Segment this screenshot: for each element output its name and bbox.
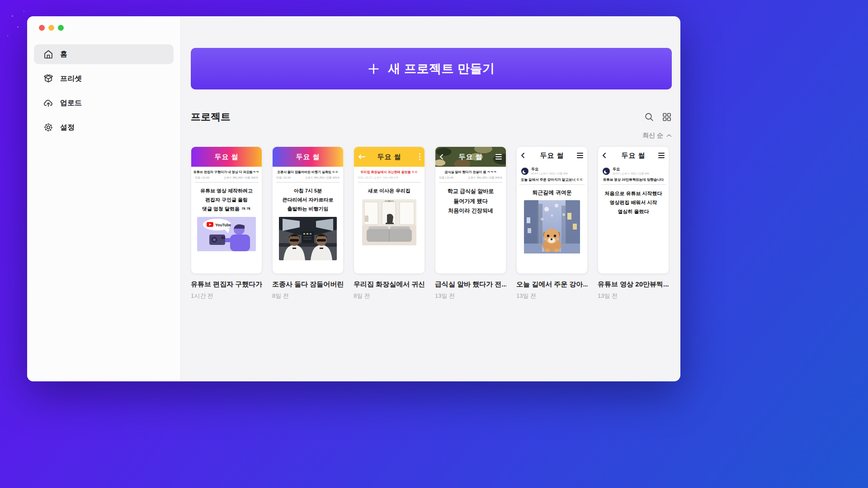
story-profile: 두요 20:57 | 조회수 39만 | 댓글 986 [598, 164, 669, 175]
project-time: 8일 전 [354, 292, 425, 300]
sidebar-item-label: 설정 [60, 123, 75, 132]
story-meta: 익명 | 20:17 | 조회수 102,188,476 [358, 176, 421, 183]
main-content: 새 프로젝트 만들기 프로젝트 [181, 16, 680, 381]
project-title: 유튜브 영상 20만뷰찍... [598, 280, 669, 289]
project-thumbnail: 두요 썰 두요 20:57 | 조회수 39만 | 댓글 986 유튜브 영상 … [598, 146, 669, 274]
story-headline: 유튜브 영상 20만뷰찍었는데 망했습니다 [601, 178, 666, 185]
settings-gear-icon [43, 122, 53, 132]
new-project-label: 새 프로젝트 만들기 [388, 61, 495, 77]
upload-cloud-icon [43, 98, 53, 108]
project-grid: 두요 썰 유튜브 편집자 구했다가 내 영상 다 퍼갔음ㅋㅋㅋ 익명 | 21:… [191, 146, 672, 300]
project-thumbnail: 두요 썰 유튜브 편집자 구했다가 내 영상 다 퍼갔음ㅋㅋㅋ 익명 | 21:… [191, 146, 262, 274]
chevron-left-icon [521, 153, 525, 159]
story-app-title: 두요 썰 [214, 153, 238, 161]
story-body: 학교 급식실 알바로 들어가게 됐다 처음이라 긴장되네 [435, 187, 506, 216]
story-meta: 익명 | 21:00 조회수 981,253 | 댓글 265개 [276, 176, 340, 183]
chevron-left-icon [602, 153, 606, 159]
living-room-photo [362, 199, 416, 245]
profile-name: 두요 [531, 167, 568, 172]
avatar [521, 168, 528, 175]
chevron-up-icon [666, 134, 672, 137]
story-header: 두요 썰 [354, 147, 425, 167]
sidebar: 홈 프리셋 [27, 16, 181, 381]
hamburger-menu-icon [577, 153, 583, 158]
project-time: 1시간 전 [191, 292, 262, 300]
project-card[interactable]: 두요 썰 조종사 둘다 잠들어버린 비행기 실화임 ㄷㄷ 익명 | 21:00 … [272, 146, 344, 300]
story-app-title: 두요 썰 [296, 153, 320, 161]
project-title: 유튜브 편집자 구했다가... [191, 280, 262, 289]
sort-control[interactable]: 최신 순 [191, 131, 672, 140]
profile-name: 두요 [613, 167, 649, 172]
sidebar-item-label: 프리셋 [60, 74, 82, 84]
project-card[interactable]: 두요 썰 두요 20:57 | 조회수 39만 | 댓글 986 유튜브 영상 … [598, 146, 669, 300]
sidebar-item-label: 업로드 [60, 99, 82, 108]
sidebar-item-home[interactable]: 홈 [34, 44, 174, 64]
close-button[interactable] [39, 25, 45, 31]
page-title: 프로젝트 [191, 110, 231, 124]
youtube-illustration: YouTube [197, 217, 256, 251]
plus-icon [368, 63, 380, 75]
puppy-illustration [524, 200, 580, 253]
story-app-title: 두요 썰 [621, 151, 645, 160]
story-body: 처음으로 유튜브 시작했다 영상편집 배워서 시작 열심히 올렸다 [598, 189, 669, 216]
project-title: 조종사 둘다 잠들어버린... [272, 280, 344, 289]
hamburger-menu-icon [495, 154, 502, 160]
project-title: 급식실 알바 했다가 전... [435, 280, 506, 289]
window-controls [27, 16, 180, 31]
project-title: 오늘 길에서 주운 강아... [516, 280, 588, 289]
back-arrow-icon [358, 155, 365, 160]
story-headline: 급식실 알바 했다가 전설이 됨 ㅋㅋㅋ [438, 170, 504, 174]
story-header: 두요 썰 [517, 147, 587, 164]
story-body: 유튜브 영상 제작하려고 편집자 구인글 올림 댓글 엄청 달렸음 ㅋㅋ [191, 187, 262, 213]
story-meta: 익명 | 21:00 조회수 981,253 | 댓글 265개 [439, 176, 502, 183]
project-card[interactable]: 두요 썰 우리집 화장실에서 귀신한테 걸린썰 ㄷㄷ 익명 | 20:17 | … [354, 146, 425, 300]
story-body: 새로 이사온 우리집 [354, 187, 425, 196]
project-title: 우리집 화장실에서 귀신... [354, 280, 425, 289]
grid-icon [662, 112, 672, 122]
sidebar-item-preset[interactable]: 프리셋 [34, 69, 174, 89]
story-header: 두요 썰 [191, 147, 262, 167]
story-meta: 익명 | 21:00 조회수 981,253 | 댓글 265개 [195, 176, 258, 183]
project-card[interactable]: 두요 썰 두요 20:57 | 조회수 39만 | 댓글 986 오늘 길에서 … [516, 146, 588, 300]
project-thumbnail: 두요 썰 우리집 화장실에서 귀신한테 걸린썰 ㄷㄷ 익명 | 20:17 | … [354, 146, 425, 274]
project-time: 8일 전 [272, 292, 344, 300]
profile-meta: 20:57 | 조회수 39만 | 댓글 986 [531, 172, 568, 175]
zoom-button[interactable] [58, 25, 64, 31]
sidebar-nav: 홈 프리셋 [27, 44, 180, 137]
project-thumbnail: 두요 썰 조종사 둘다 잠들어버린 비행기 실화임 ㄷㄷ 익명 | 21:00 … [272, 146, 344, 274]
sort-label: 최신 순 [642, 131, 663, 140]
story-headline: 유튜브 편집자 구했다가 내 영상 다 퍼갔음ㅋㅋㅋ [193, 170, 259, 174]
sidebar-item-upload[interactable]: 업로드 [34, 93, 174, 113]
kebab-menu-icon [419, 154, 420, 160]
chevron-left-icon [439, 154, 443, 160]
home-icon [43, 49, 53, 59]
sidebar-item-label: 홈 [60, 50, 67, 59]
new-project-button[interactable]: 새 프로젝트 만들기 [191, 48, 672, 89]
profile-meta: 20:57 | 조회수 39만 | 댓글 986 [613, 172, 649, 175]
project-thumbnail: 두요 썰 두요 20:57 | 조회수 39만 | 댓글 986 오늘 길에서 … [516, 146, 588, 274]
hamburger-menu-icon [658, 153, 665, 158]
app-window: 홈 프리셋 [27, 16, 680, 381]
preset-box-icon [43, 74, 53, 84]
minimize-button[interactable] [48, 25, 54, 31]
project-card[interactable]: 두요 썰 급식실 알바 했다가 전설이 됨 ㅋㅋㅋ 익명 | 21:00 조회수… [435, 146, 506, 300]
story-headline: 조종사 둘다 잠들어버린 비행기 실화임 ㄷㄷ [275, 170, 341, 174]
story-app-title: 두요 썰 [458, 153, 482, 161]
project-time: 13일 전 [516, 292, 588, 300]
youtube-label: YouTube [215, 223, 231, 227]
sidebar-item-settings[interactable]: 설정 [34, 117, 174, 137]
cockpit-photo [279, 217, 337, 260]
story-body: 아침 7시 5분 큰다리에서 자카르타로 출발하는 비행기임 [273, 187, 343, 213]
story-headline: 우리집 화장실에서 귀신한테 걸린썰 ㄷㄷ [356, 170, 422, 174]
story-header: 두요 썰 [273, 147, 343, 167]
project-time: 13일 전 [435, 292, 506, 300]
story-profile: 두요 20:57 | 조회수 39만 | 댓글 986 [517, 164, 587, 175]
story-body: 퇴근길에 귀여운 [517, 188, 587, 198]
project-thumbnail: 두요 썰 급식실 알바 했다가 전설이 됨 ㅋㅋㅋ 익명 | 21:00 조회수… [435, 146, 506, 274]
grid-view-button[interactable] [662, 112, 672, 122]
avatar [603, 168, 610, 175]
project-time: 13일 전 [598, 292, 669, 300]
search-button[interactable] [644, 112, 654, 122]
story-app-title: 두요 썰 [540, 151, 564, 160]
project-card[interactable]: 두요 썰 유튜브 편집자 구했다가 내 영상 다 퍼갔음ㅋㅋㅋ 익명 | 21:… [191, 146, 262, 300]
